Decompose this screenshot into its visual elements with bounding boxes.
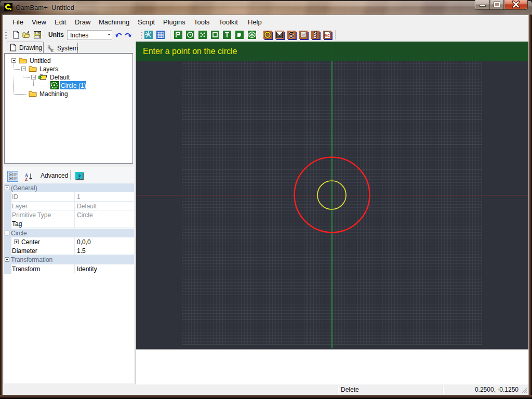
svg-text:Z: Z xyxy=(25,177,28,181)
svg-text:?: ? xyxy=(77,172,81,180)
svg-text:MC: MC xyxy=(325,34,330,37)
